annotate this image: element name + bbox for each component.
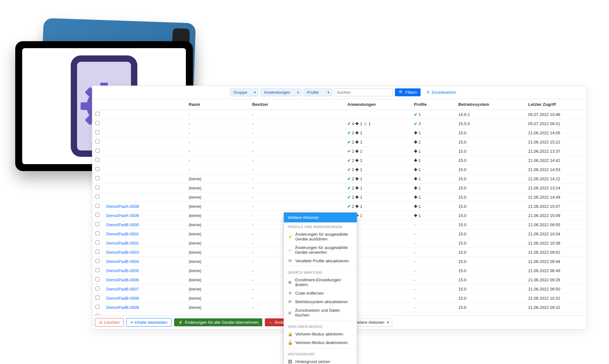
menu-enrollment[interactable]: ⚙ Enrollment-Einstellungen ändern (284, 276, 357, 289)
apply-all-button[interactable]: ⚡ Änderungen für alle Geräte übernehmen (174, 318, 262, 326)
device-name-link[interactable]: DemoIPadB-0009 (106, 305, 139, 310)
cell-os: 15.0 (455, 294, 525, 303)
reset-button[interactable]: ✕ Zurücksetzen (422, 88, 460, 96)
table-row[interactable]: (keine)-✔ 2 ✚ 1 ✚ 1 15.021.06.2022 14:22 (92, 174, 586, 183)
menu-update-os-label: Betriebssystem aktualisieren (295, 299, 348, 304)
col-profile[interactable]: Profile (411, 99, 455, 110)
device-name-link[interactable]: DemoIPadB-0000 (106, 222, 139, 227)
cell-os: 15.0 (455, 266, 525, 275)
menu-wipe-label: Zurücksetzen und Daten löschen (295, 308, 353, 317)
device-name-link[interactable]: DemoIPadB-0002 (106, 241, 139, 246)
row-checkbox[interactable] (95, 195, 100, 199)
table-row[interactable]: --✔ 1 14.8.105.07.2022 10:46 (92, 110, 586, 119)
filter-button[interactable]: 🔍 Filtern (395, 88, 421, 96)
row-checkbox[interactable] (95, 286, 100, 291)
check-icon: ✔ (347, 204, 351, 209)
col-os[interactable]: Betriebssystem (455, 99, 525, 110)
device-name-link[interactable]: DemoIPadB-0005 (106, 268, 139, 273)
table-row[interactable]: (keine)-✔ 2 ✚ 1 ✚ 1 15.021.06.2022 14:49 (92, 193, 586, 202)
table-row[interactable]: --✔ 4 ✚ 1 ⚠ 1 ✔ 3 15.5.005.07.2022 09:31 (92, 119, 586, 128)
row-checkbox[interactable] (95, 305, 100, 309)
plus-icon: ✚ (355, 167, 359, 172)
cell-zugriff: 21.06.2022 14:22 (525, 174, 586, 183)
cell-profile: - (411, 303, 455, 312)
cell-os: 15.0 (455, 229, 525, 239)
menu-lost-off[interactable]: 🔓 Verloren-Modus deaktivieren (284, 338, 357, 347)
cell-raum: (keine) (186, 312, 249, 316)
row-checkbox[interactable] (95, 231, 100, 235)
menu-discard-selected[interactable]: ← Änderungen für ausgewählte Geräte verw… (284, 243, 357, 257)
row-checkbox[interactable] (95, 176, 100, 180)
search-input[interactable] (334, 88, 393, 96)
row-checkbox[interactable] (95, 149, 100, 153)
row-checkbox[interactable] (95, 222, 100, 226)
device-name-link[interactable]: DemoIPadB-0003 (106, 250, 139, 255)
row-checkbox[interactable] (95, 259, 100, 263)
device-name-link[interactable]: DemoIPadB-0004 (106, 259, 139, 264)
table-row[interactable]: DemoIPadA-0008(keine)-✔ 2 ✚ 1 ✚ 1 15.021… (92, 202, 586, 211)
cell-anwendungen (344, 110, 411, 119)
menu-update-os[interactable]: ⟳ Betriebssystem aktualisieren (284, 297, 357, 306)
delete-button[interactable]: ⊘ Löschen (95, 318, 124, 327)
device-name-link[interactable]: DemoIPadB-0001 (106, 232, 139, 236)
row-checkbox[interactable] (95, 250, 100, 254)
menu-set-background[interactable]: 🖼 Hintergrund setzen (284, 357, 357, 364)
device-name-link[interactable]: DemoIPadA-0009 (106, 213, 139, 218)
cell-zugriff: 21.06.2022 08:49 (525, 266, 586, 275)
table-row[interactable]: (keine)-✔ 2 ✚ 1 ✚ 1 15.021.06.2022 13:24 (92, 183, 586, 193)
plus-icon: ✚ (414, 158, 417, 163)
col-raum[interactable]: Raum (186, 99, 249, 110)
menu-apply-selected[interactable]: ⚡ Änderungen für ausgewählte Geräte ausf… (284, 230, 357, 243)
cell-zugriff: 21.06.2022 09:32 (525, 303, 586, 312)
row-checkbox[interactable] (95, 296, 100, 300)
device-name-link[interactable]: DemoIPadB-0006 (106, 278, 139, 282)
row-checkbox[interactable] (95, 167, 100, 171)
cell-anwendungen: ✔ 4 ✚ 1 ⚠ 1 (344, 119, 411, 128)
col-besitzer[interactable]: Besitzer (249, 99, 344, 110)
row-checkbox[interactable] (95, 268, 100, 272)
row-checkbox[interactable] (95, 240, 100, 245)
menu-update-profiles[interactable]: ⟳ Veraltete Profile aktualisieren (284, 257, 357, 265)
table-row[interactable]: --✔ 2 ✚ 1 ✚ 1 15.021.06.2022 15:22 (92, 137, 586, 147)
cell-os: 15.0 (455, 156, 525, 165)
row-checkbox[interactable] (95, 213, 100, 217)
table-row[interactable]: --✔ 2 ✚ 1 ✚ 1 15.021.06.2022 14:53 (92, 165, 586, 174)
row-checkbox[interactable] (95, 204, 100, 208)
table-row[interactable]: --✔ 2 ✚ 1 ✚ 1 15.021.06.2022 13:37 (92, 147, 586, 156)
cell-raum: - (186, 128, 249, 137)
row-checkbox[interactable] (95, 112, 100, 116)
cell-os: 15.0 (455, 211, 525, 220)
row-checkbox[interactable] (95, 277, 100, 281)
device-name-link[interactable]: DemoIPadB-0008 (106, 296, 139, 301)
row-checkbox[interactable] (95, 121, 100, 125)
cell-zugriff: 05.07.2022 09:31 (525, 119, 586, 128)
col-zugriff[interactable]: Letzter Zugriff (525, 99, 586, 110)
col-anwendungen[interactable]: Anwendungen (344, 99, 411, 110)
refresh-icon: ⟳ (288, 259, 292, 263)
cell-profile: - (411, 275, 455, 284)
cell-profile: ✚ 1 (411, 147, 455, 156)
filter-apps-select[interactable]: Anwendungen (260, 88, 302, 96)
row-checkbox[interactable] (95, 185, 100, 189)
cell-zugriff: 21.06.2022 10:04 (525, 229, 586, 239)
device-name-link[interactable]: DemoIPadB-0007 (106, 287, 139, 291)
edit-content-button[interactable]: ≡ Inhalte bearbeiten (126, 318, 172, 327)
cell-besitzer: - (249, 174, 344, 183)
device-name-link[interactable]: DemoIPadA-0008 (106, 204, 139, 209)
row-checkbox[interactable] (95, 139, 100, 144)
filter-group-select[interactable]: Gruppe (230, 88, 259, 96)
filter-bar: Gruppe Anwendungen Profile 🔍 Filtern ✕ Z… (92, 86, 586, 99)
filter-profiles-label: Profile (307, 90, 319, 95)
cell-zugriff: 21.06.2022 09:02 (525, 248, 586, 257)
row-checkbox[interactable] (95, 130, 100, 134)
cell-profile: - (411, 257, 455, 266)
menu-remove-code[interactable]: ✕ Code entfernen (284, 289, 357, 297)
menu-wipe[interactable]: ⊘ Zurücksetzen und Daten löschen (284, 306, 357, 319)
table-row[interactable]: --✔ 2 ✚ 1 ✚ 1 15.021.06.2022 14:05 (92, 128, 586, 137)
row-checkbox[interactable] (95, 158, 100, 162)
menu-lost-on[interactable]: 🔒 Verloren-Modus aktivieren (284, 330, 357, 338)
plus-icon: ✚ (414, 195, 417, 200)
plus-icon: ✚ (414, 186, 417, 190)
table-row[interactable]: --✔ 2 ✚ 1 ✚ 1 15.021.06.2022 14:42 (92, 156, 586, 165)
filter-profiles-select[interactable]: Profile (304, 88, 332, 96)
